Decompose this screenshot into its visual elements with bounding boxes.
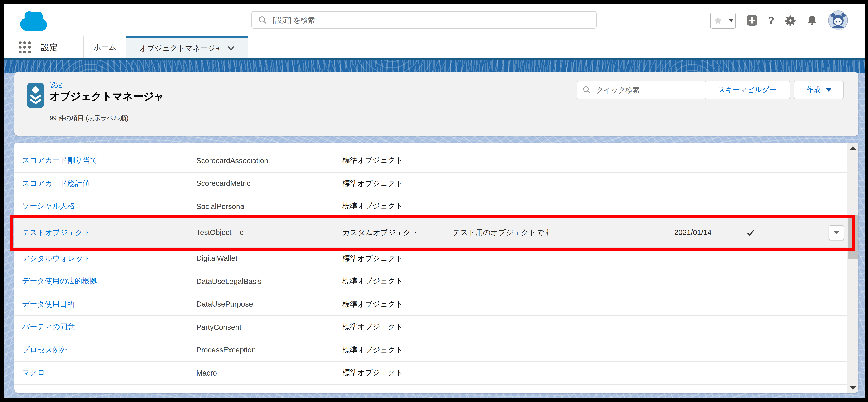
- object-manager-icon: [27, 83, 44, 108]
- object-type: 標準オブジェクト: [342, 202, 453, 211]
- help-button[interactable]: ?: [768, 15, 774, 26]
- object-api-name: ScorecardAssociation: [196, 156, 342, 165]
- global-header: ?: [4, 4, 865, 37]
- object-label-link[interactable]: プロセス例外: [22, 346, 67, 354]
- setup-content-area: 設定 オブジェクトマネージャ 99 件の項目 (表示ラベル順) スキーマビルダー…: [4, 58, 865, 398]
- object-api-name: Macro: [196, 369, 342, 377]
- table-row[interactable]: スコアカード割り当て ScorecardAssociation 標準オブジェクト: [14, 149, 847, 173]
- object-label-link[interactable]: データ使用の法的根拠: [22, 277, 97, 285]
- object-label-link[interactable]: スコアカード総計値: [22, 179, 90, 187]
- vertical-scrollbar[interactable]: [847, 143, 859, 393]
- table-row[interactable]: ソーシャル人格 SocialPersona 標準オブジェクト: [14, 195, 847, 218]
- item-count: 99 件の項目 (表示ラベル順): [50, 114, 128, 122]
- create-button-label: 作成: [806, 85, 821, 95]
- object-api-name: DataUsePurpose: [196, 300, 342, 308]
- clipped-row: [14, 143, 847, 149]
- object-type: 標準オブジェクト: [342, 368, 453, 378]
- table-row[interactable]: データ使用の法的根拠 DataUseLegalBasis 標準オブジェクト: [14, 270, 847, 293]
- table-row[interactable]: データ使用目的 DataUsePurpose 標準オブジェクト: [14, 293, 847, 316]
- page-title: オブジェクトマネージャ: [50, 89, 164, 103]
- object-table-body: スコアカード割り当て ScorecardAssociation 標準オブジェクト…: [14, 143, 847, 393]
- object-type: 標準オブジェクト: [342, 276, 453, 286]
- object-api-name: TestObject__c: [196, 228, 342, 237]
- schema-builder-button[interactable]: スキーマビルダー: [705, 81, 790, 99]
- browser-viewport: ?: [4, 4, 865, 398]
- object-api-name: DataUseLegalBasis: [196, 277, 342, 285]
- triangle-up-icon: [850, 146, 857, 150]
- tab-object-manager-label: オブジェクトマネージャ: [139, 43, 223, 53]
- object-label-link[interactable]: マクロ: [22, 369, 45, 377]
- scrollbar-thumb[interactable]: [848, 215, 858, 259]
- create-button[interactable]: 作成: [794, 81, 843, 99]
- search-icon: [583, 86, 590, 94]
- table-row[interactable]: パーティの同意 PartyConsent 標準オブジェクト: [14, 316, 847, 339]
- plus-icon: [747, 15, 758, 26]
- table-row[interactable]: プロセス例外 ProcessException 標準オブジェクト: [14, 339, 847, 362]
- global-search-box: [251, 11, 596, 29]
- user-avatar[interactable]: [828, 10, 848, 30]
- setup-button[interactable]: [785, 15, 796, 26]
- app-launcher-waffle-icon[interactable]: [19, 41, 31, 54]
- quick-find-input[interactable]: [595, 85, 706, 95]
- avatar-astro-icon: [829, 11, 847, 30]
- help-icon: ?: [768, 15, 774, 26]
- object-label-link[interactable]: デジタルウォレット: [22, 254, 91, 262]
- object-api-name: PartyConsent: [196, 323, 342, 331]
- global-actions: ?: [710, 4, 848, 36]
- object-type: 標準オブジェクト: [342, 299, 453, 309]
- chevron-down-icon: [826, 88, 831, 92]
- object-api-name: ScorecardMetric: [196, 179, 342, 188]
- add-button[interactable]: [747, 15, 758, 26]
- object-type: カスタムオブジェクト: [342, 227, 453, 238]
- tab-object-manager[interactable]: オブジェクトマネージャ: [126, 36, 248, 58]
- app-name-label: 設定: [41, 36, 58, 58]
- tab-home[interactable]: ホーム: [84, 36, 126, 58]
- table-row[interactable]: スコアカード総計値 ScorecardMetric 標準オブジェクト: [14, 173, 847, 195]
- scrollbar-down-button[interactable]: [847, 386, 859, 390]
- table-row[interactable]: デジタルウォレット DigitalWallet 標準オブジェクト: [14, 247, 847, 270]
- decorative-band: [4, 58, 865, 73]
- object-type: 標準オブジェクト: [342, 322, 453, 332]
- global-search-input[interactable]: [272, 15, 596, 25]
- object-type: 標準オブジェクト: [342, 253, 453, 264]
- star-icon: [714, 16, 723, 25]
- object-label-link[interactable]: パーティの同意: [22, 323, 75, 331]
- object-label-link[interactable]: スコアカード割り当て: [22, 156, 98, 164]
- object-label-link[interactable]: データ使用目的: [22, 300, 74, 308]
- object-api-name: ProcessException: [196, 346, 342, 354]
- bell-icon: [807, 15, 818, 26]
- nav-tab-bar: 設定 ホーム オブジェクトマネージャ: [4, 36, 865, 58]
- object-type: 標準オブジェクト: [342, 156, 453, 165]
- quick-find-box: [577, 81, 707, 99]
- chevron-down-icon: [728, 19, 734, 22]
- row-action-button[interactable]: [829, 225, 844, 240]
- scrollbar-up-button[interactable]: [847, 146, 859, 150]
- chevron-down-icon: [228, 46, 235, 51]
- gear-icon: [785, 15, 796, 26]
- object-label-link[interactable]: テストオブジェクト: [22, 228, 91, 237]
- favorites-more-button[interactable]: [726, 13, 736, 28]
- favorites-button-group: [710, 12, 736, 29]
- screenshot-frame: ?: [0, 0, 868, 402]
- breadcrumb: 設定: [50, 81, 62, 89]
- page-header-card: 設定 オブジェクトマネージャ 99 件の項目 (表示ラベル順) スキーマビルダー…: [14, 72, 859, 136]
- notifications-button[interactable]: [807, 15, 818, 26]
- object-api-name: DigitalWallet: [196, 254, 342, 263]
- table-row[interactable]: テストオブジェクト TestObject__c カスタムオブジェクト テスト用の…: [14, 218, 847, 247]
- deployed-check-icon: [746, 228, 755, 237]
- salesforce-logo-icon: [16, 9, 51, 32]
- object-api-name: SocialPersona: [196, 202, 342, 211]
- triangle-down-icon: [850, 386, 857, 390]
- favorites-star-button[interactable]: [711, 13, 726, 28]
- table-row[interactable]: マクロ Macro 標準オブジェクト: [14, 362, 847, 385]
- object-type: 標準オブジェクト: [342, 179, 453, 188]
- object-last-modified: 2021/01/14: [674, 228, 746, 237]
- search-icon: [258, 16, 267, 24]
- chevron-down-icon: [834, 231, 839, 234]
- object-description: テスト用のオブジェクトです: [453, 227, 674, 238]
- object-label-link[interactable]: ソーシャル人格: [22, 202, 75, 210]
- object-table-card: スコアカード割り当て ScorecardAssociation 標準オブジェクト…: [14, 143, 859, 393]
- object-type: 標準オブジェクト: [342, 345, 453, 355]
